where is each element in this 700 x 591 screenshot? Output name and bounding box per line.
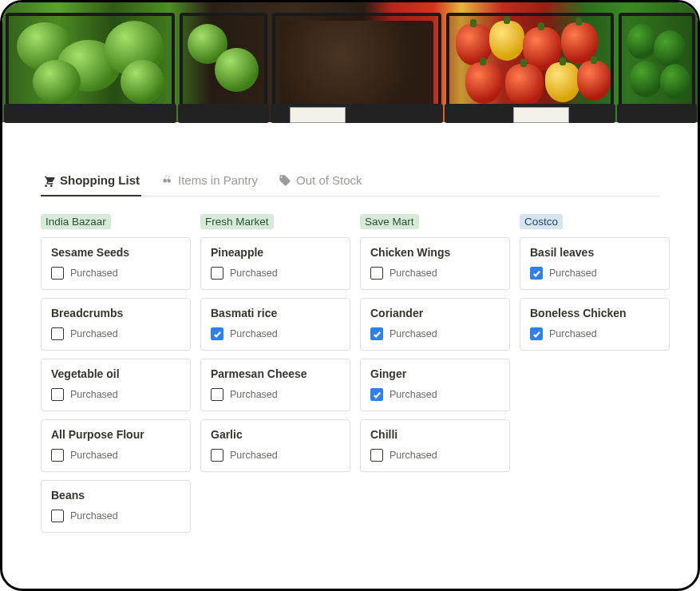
board: India BazaarSesame SeedsPurchasedBreadcr… [41, 214, 659, 541]
card-title: Garlic [211, 428, 340, 441]
purchased-label: Purchased [549, 328, 597, 339]
purchased-row: Purchased [530, 327, 659, 340]
card-title: Sesame Seeds [51, 246, 180, 259]
purchased-checkbox[interactable] [370, 327, 383, 340]
column-header[interactable]: Costco [520, 214, 563, 229]
board-column: India BazaarSesame SeedsPurchasedBreadcr… [41, 214, 191, 541]
purchased-checkbox[interactable] [51, 388, 64, 401]
card-title: All Purpose Flour [51, 428, 180, 441]
card-title: Beans [51, 489, 180, 502]
purchased-checkbox[interactable] [370, 449, 383, 462]
card[interactable]: GingerPurchased [360, 359, 510, 411]
purchased-label: Purchased [230, 450, 278, 461]
purchased-row: Purchased [370, 449, 500, 462]
purchased-checkbox[interactable] [51, 267, 64, 280]
card[interactable]: PineapplePurchased [200, 237, 350, 290]
column-header[interactable]: India Bazaar [41, 214, 111, 229]
app-frame: Shopping List Items in Pantry Out of Sto… [0, 0, 700, 591]
card-title: Parmesan Cheese [211, 367, 340, 380]
card[interactable]: CorianderPurchased [360, 298, 510, 351]
purchased-label: Purchased [70, 389, 118, 400]
tab-label: Shopping List [60, 173, 140, 187]
purchased-label: Purchased [70, 328, 118, 339]
card[interactable]: Boneless ChickenPurchased [520, 298, 670, 351]
card-title: Coriander [370, 307, 500, 319]
board-column: Save MartChicken WingsPurchasedCoriander… [360, 214, 510, 541]
card[interactable]: Chicken WingsPurchased [360, 237, 510, 290]
purchased-row: Purchased [51, 267, 180, 280]
purchased-checkbox[interactable] [51, 449, 64, 462]
column-header[interactable]: Fresh Market [200, 214, 274, 229]
purchased-checkbox[interactable] [530, 327, 543, 340]
purchased-row: Purchased [530, 267, 659, 280]
card-title: Pineapple [211, 246, 340, 259]
purchased-label: Purchased [70, 268, 118, 279]
purchased-label: Purchased [549, 268, 597, 279]
purchased-row: Purchased [370, 327, 500, 340]
purchased-label: Purchased [390, 450, 437, 461]
purchased-label: Purchased [390, 389, 437, 400]
card[interactable]: Basil leavesPurchased [520, 237, 670, 290]
purchased-row: Purchased [211, 327, 340, 340]
crate [619, 13, 695, 115]
card[interactable]: Sesame SeedsPurchased [41, 237, 191, 290]
card[interactable]: ChilliPurchased [360, 419, 510, 472]
card-title: Breadcrumbs [51, 307, 180, 319]
tab-items-in-pantry[interactable]: Items in Pantry [159, 169, 259, 196]
card[interactable]: Parmesan CheesePurchased [200, 359, 350, 411]
purchased-row: Purchased [211, 449, 340, 462]
purchased-checkbox[interactable] [51, 327, 64, 340]
purchased-row: Purchased [370, 388, 500, 401]
card[interactable]: Basmati ricePurchased [200, 298, 350, 351]
purchased-label: Purchased [230, 268, 278, 279]
card-title: Basmati rice [211, 307, 340, 319]
card[interactable]: GarlicPurchased [200, 419, 350, 472]
crate [446, 13, 614, 115]
card[interactable]: BreadcrumbsPurchased [41, 298, 191, 351]
purchased-row: Purchased [51, 449, 180, 462]
tab-label: Out of Stock [296, 173, 362, 187]
card-title: Boneless Chicken [530, 307, 659, 319]
view-tabs: Shopping List Items in Pantry Out of Sto… [41, 169, 659, 196]
tag-icon [279, 174, 291, 187]
cherry-icon [160, 174, 173, 187]
board-column: CostcoBasil leavesPurchasedBoneless Chic… [520, 214, 670, 541]
crate [6, 13, 175, 115]
tab-out-of-stock[interactable]: Out of Stock [277, 169, 364, 196]
card[interactable]: Vegetable oilPurchased [41, 359, 191, 411]
purchased-checkbox[interactable] [211, 388, 223, 401]
banner-image [2, 2, 698, 122]
purchased-checkbox[interactable] [211, 449, 223, 462]
card-title: Ginger [370, 367, 500, 380]
purchased-checkbox[interactable] [51, 510, 64, 522]
page-content: Shopping List Items in Pantry Out of Sto… [2, 122, 698, 541]
purchased-checkbox[interactable] [211, 267, 223, 280]
purchased-label: Purchased [70, 450, 118, 461]
tab-shopping-list[interactable]: Shopping List [41, 169, 141, 196]
purchased-row: Purchased [51, 327, 180, 340]
card-title: Vegetable oil [51, 367, 180, 380]
crate [272, 13, 441, 115]
purchased-checkbox[interactable] [370, 267, 383, 280]
purchased-row: Purchased [370, 267, 500, 280]
purchased-row: Purchased [51, 388, 180, 401]
purchased-label: Purchased [390, 328, 437, 339]
cart-icon [42, 174, 55, 187]
purchased-checkbox[interactable] [211, 327, 223, 340]
board-column: Fresh MarketPineapplePurchasedBasmati ri… [200, 214, 350, 541]
tab-label: Items in Pantry [178, 173, 258, 187]
purchased-label: Purchased [230, 389, 278, 400]
purchased-label: Purchased [230, 328, 278, 339]
column-header[interactable]: Save Mart [360, 214, 419, 229]
purchased-label: Purchased [390, 268, 437, 279]
card-title: Chicken Wings [370, 246, 500, 259]
card[interactable]: BeansPurchased [41, 480, 191, 533]
purchased-checkbox[interactable] [530, 267, 543, 280]
card[interactable]: All Purpose FlourPurchased [41, 419, 191, 472]
price-tag [290, 107, 346, 123]
purchased-checkbox[interactable] [370, 388, 383, 401]
purchased-label: Purchased [70, 510, 118, 522]
card-title: Basil leaves [530, 246, 659, 259]
card-title: Chilli [370, 428, 500, 441]
crate [180, 13, 267, 115]
